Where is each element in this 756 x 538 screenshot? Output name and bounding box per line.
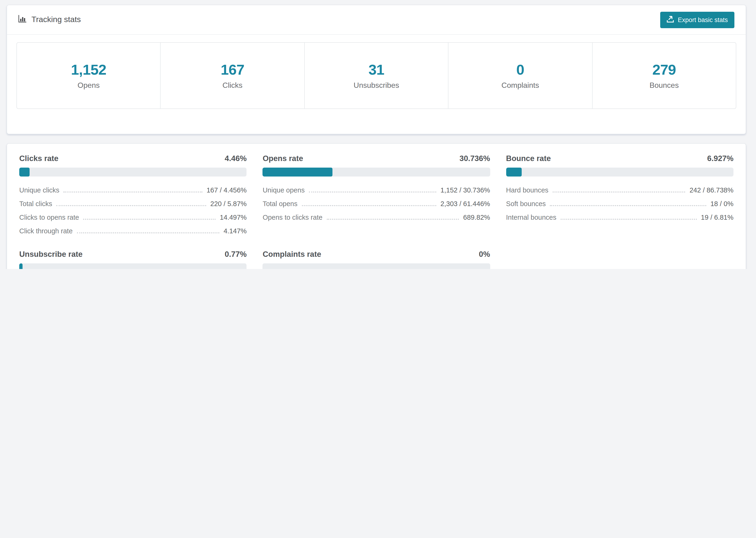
rate-bar-fill — [19, 168, 29, 177]
rate-value: 30.736% — [459, 154, 490, 163]
rate-item-label: Soft bounces — [506, 200, 546, 207]
dotted-leader — [561, 219, 697, 220]
rate-item-value: 242 / 86.738% — [689, 187, 733, 194]
rate-item-value: 19 / 6.81% — [701, 214, 733, 221]
rate-item: Total opens2,303 / 61.446% — [263, 197, 490, 210]
rate-bar — [263, 263, 490, 269]
rate-value: 0.77% — [225, 250, 247, 259]
rate-item-label: Total opens — [263, 200, 297, 207]
rate-value: 4.46% — [225, 154, 247, 163]
rate-items: Unique opens1,152 / 30.736%Total opens2,… — [263, 183, 490, 224]
rate-bar-fill — [19, 263, 23, 269]
rate-item-label: Internal bounces — [506, 214, 556, 221]
dotted-leader — [309, 191, 436, 192]
stat-value: 1,152 — [71, 62, 106, 79]
rate-title: Opens rate — [263, 154, 303, 163]
rate-value: 6.927% — [707, 154, 733, 163]
rate-head: Opens rate30.736% — [263, 154, 490, 163]
rate-item: Opens to clicks rate689.82% — [263, 210, 490, 224]
stat-label: Bounces — [649, 81, 679, 90]
stat-label: Opens — [78, 81, 99, 90]
rate-item: Click through rate4.147% — [19, 224, 247, 238]
rate-bar-fill — [506, 168, 522, 177]
rate-section-opens-rate: Opens rate30.736%Unique opens1,152 / 30.… — [263, 154, 490, 238]
stat-cell-bounces: 279Bounces — [592, 43, 736, 108]
page: Tracking stats Export basic stats 1,152O… — [0, 0, 756, 269]
rate-title: Unsubscribe rate — [19, 250, 82, 259]
stat-label: Complaints — [502, 81, 539, 90]
stat-value: 279 — [652, 62, 676, 79]
stat-cell-complaints: 0Complaints — [449, 43, 592, 108]
rate-item-label: Unique clicks — [19, 187, 59, 194]
rate-section-complaints-rate: Complaints rate0%Complaints0 — [263, 250, 490, 269]
rate-item: Hard bounces242 / 86.738% — [506, 183, 733, 197]
dotted-leader — [302, 205, 436, 206]
rate-title: Bounce rate — [506, 154, 551, 163]
stat-label: Unsubscribes — [353, 81, 399, 90]
rate-item: Total clicks220 / 5.87% — [19, 197, 247, 210]
rate-head: Complaints rate0% — [263, 250, 490, 259]
rate-item: Unique clicks167 / 4.456% — [19, 183, 247, 197]
rate-item-value: 167 / 4.456% — [207, 187, 247, 194]
rate-item-value: 18 / 0% — [711, 200, 733, 207]
dotted-leader — [64, 191, 202, 192]
rate-item-label: Click through rate — [19, 227, 73, 235]
rate-section-clicks-rate: Clicks rate4.46%Unique clicks167 / 4.456… — [19, 154, 247, 238]
stat-value: 167 — [221, 62, 244, 79]
rate-items: Unique clicks167 / 4.456%Total clicks220… — [19, 183, 247, 238]
dotted-leader — [77, 232, 219, 233]
rate-bar-fill — [263, 168, 333, 177]
tracking-stats-header: Tracking stats Export basic stats — [7, 5, 746, 35]
rate-item-label: Opens to clicks rate — [263, 214, 323, 221]
export-icon — [667, 16, 674, 24]
rate-section-bounce-rate: Bounce rate6.927%Hard bounces242 / 86.73… — [506, 154, 733, 238]
stat-cell-unsubscribes: 31Unsubscribes — [305, 43, 449, 108]
rate-title: Complaints rate — [263, 250, 321, 259]
rate-items: Hard bounces242 / 86.738%Soft bounces18 … — [506, 183, 733, 224]
rate-item-label: Hard bounces — [506, 187, 549, 194]
dotted-leader — [327, 219, 459, 220]
dotted-leader — [550, 205, 706, 206]
rate-head: Bounce rate6.927% — [506, 154, 733, 163]
rate-item-value: 14.497% — [220, 214, 247, 221]
bar-chart-icon — [18, 15, 27, 25]
stat-label: Clicks — [223, 81, 243, 90]
dotted-leader — [83, 219, 216, 220]
stat-value: 0 — [516, 62, 524, 79]
export-basic-stats-button[interactable]: Export basic stats — [661, 12, 734, 28]
dotted-leader — [553, 191, 685, 192]
stat-cell-clicks: 167Clicks — [161, 43, 305, 108]
rate-item: Unique opens1,152 / 30.736% — [263, 183, 490, 197]
rate-item: Internal bounces19 / 6.81% — [506, 210, 733, 224]
stat-value: 31 — [369, 62, 384, 79]
rate-bar — [506, 168, 733, 177]
rate-item-value: 220 / 5.87% — [210, 200, 247, 207]
rate-item-label: Total clicks — [19, 200, 52, 207]
rate-head: Clicks rate4.46% — [19, 154, 247, 163]
dotted-leader — [56, 205, 206, 206]
rate-bar — [19, 168, 247, 177]
export-button-label: Export basic stats — [678, 16, 728, 23]
rate-section-unsubscribe-rate: Unsubscribe rate0.77%Unsubscribes31 — [19, 250, 247, 269]
rate-item-label: Clicks to opens rate — [19, 214, 79, 221]
rate-item-value: 2,303 / 61.446% — [441, 200, 490, 207]
stats-summary-row: 1,152Opens167Clicks31Unsubscribes0Compla… — [17, 42, 736, 109]
rate-item-value: 689.82% — [463, 214, 490, 221]
rates-row-1: Clicks rate4.46%Unique clicks167 / 4.456… — [19, 154, 733, 250]
tracking-stats-title-wrap: Tracking stats — [18, 15, 81, 25]
rates-card: Clicks rate4.46%Unique clicks167 / 4.456… — [7, 143, 746, 269]
rate-item-label: Unique opens — [263, 187, 305, 194]
page-title: Tracking stats — [31, 15, 81, 25]
rate-item: Clicks to opens rate14.497% — [19, 210, 247, 224]
rate-bar — [19, 263, 247, 269]
rate-value: 0% — [479, 250, 490, 259]
rate-item: Soft bounces18 / 0% — [506, 197, 733, 210]
rate-title: Clicks rate — [19, 154, 58, 163]
rate-item-value: 4.147% — [224, 227, 246, 235]
tracking-stats-card: Tracking stats Export basic stats 1,152O… — [7, 5, 746, 134]
rate-item-value: 1,152 / 30.736% — [441, 187, 490, 194]
rates-row-2: Unsubscribe rate0.77%Unsubscribes31Compl… — [19, 250, 733, 269]
rate-bar — [263, 168, 490, 177]
stat-cell-opens: 1,152Opens — [17, 43, 161, 108]
rate-head: Unsubscribe rate0.77% — [19, 250, 247, 259]
